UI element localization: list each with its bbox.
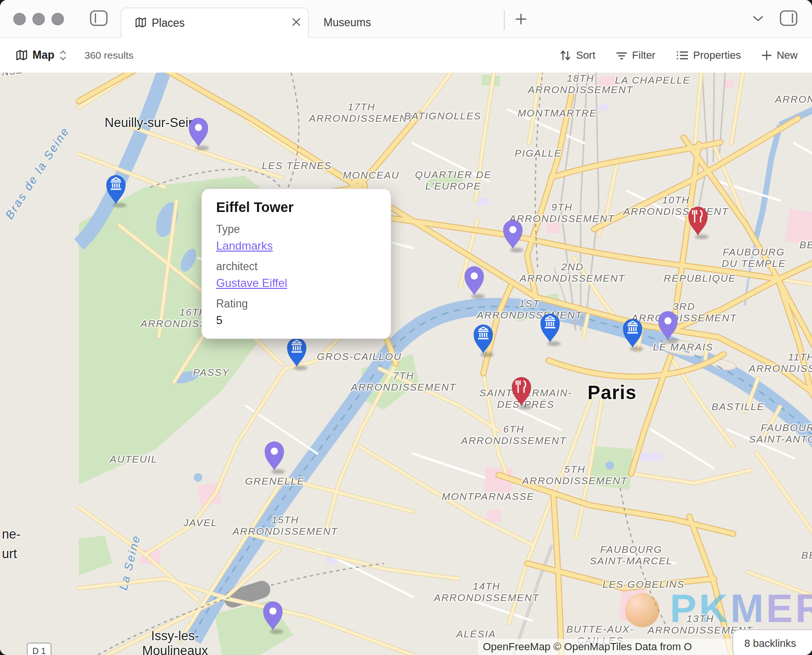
map-pin-museum[interactable] xyxy=(101,172,131,209)
new-entry-button[interactable]: New xyxy=(761,49,798,62)
map-label: QUARTIER DEL'EUROPE xyxy=(415,169,492,192)
close-window-button[interactable] xyxy=(13,13,26,25)
map-label: GRENELLE xyxy=(245,475,305,487)
map-label: 15THARRONDISSEMENT xyxy=(233,514,338,538)
map-pin-restaurant[interactable] xyxy=(683,204,713,240)
app-window: Places Museums Map xyxy=(0,0,812,655)
map-label: FAUBOURGDU TEMPLE xyxy=(722,246,786,270)
map-label: LES TERNES xyxy=(262,160,332,171)
tab-label: Places xyxy=(152,17,185,30)
popup-field-link[interactable]: Gustave Eiffel xyxy=(216,276,287,289)
view-name: Map xyxy=(32,49,54,62)
map-pin-museum[interactable] xyxy=(617,316,648,352)
plus-icon xyxy=(761,50,772,61)
popup-field-label: Type xyxy=(216,223,376,236)
map-label: 1STARRONDISSEMENT xyxy=(477,298,583,321)
map-label: Paris xyxy=(588,381,637,403)
properties-button[interactable]: Properties xyxy=(676,49,741,62)
new-tab-button[interactable] xyxy=(514,12,528,26)
new-label: New xyxy=(777,49,798,62)
map-label: MONCEAU xyxy=(343,169,400,181)
chevron-expand-icon xyxy=(59,49,67,62)
backlinks-badge[interactable]: 8 backlinks xyxy=(732,629,812,655)
tab-places[interactable]: Places xyxy=(121,8,309,38)
map-pin-landmark[interactable] xyxy=(183,115,214,151)
map-label: 7THARRONDISSEMENT xyxy=(351,370,457,393)
map-label: GROS-CAILLOU xyxy=(317,351,402,362)
map-pin-museum[interactable] xyxy=(281,335,312,371)
map-label: urt xyxy=(2,547,17,561)
right-sidebar-toggle-icon[interactable] xyxy=(780,10,798,26)
map-label: LA CHAPELLE xyxy=(615,74,690,86)
results-count: 360 results xyxy=(84,50,134,61)
map-label: AUTEUIL xyxy=(110,454,157,465)
map-label: ne- xyxy=(2,527,21,542)
chevron-down-icon[interactable] xyxy=(752,14,764,23)
map-label: PIGALLE xyxy=(515,148,562,159)
filter-label: Filter xyxy=(632,49,656,62)
map-label: 11THARRONDISSEMENT xyxy=(749,351,812,375)
filter-button[interactable]: Filter xyxy=(615,49,656,62)
view-toolbar: Map 360 results Sort Filter xyxy=(0,38,812,73)
popup-field-label: architect xyxy=(216,260,376,273)
map-pin-landmark[interactable] xyxy=(459,264,489,300)
map-label: BASTILLE xyxy=(712,401,765,412)
map-label: MONTMARTRE xyxy=(518,107,597,119)
map-label: BERCY xyxy=(802,549,812,561)
road-shield: D 1 xyxy=(27,643,52,655)
popup-field-value: 5 xyxy=(216,314,376,327)
backlinks-label: 8 backlinks xyxy=(744,637,796,650)
view-selector-button[interactable]: Map xyxy=(15,49,67,62)
map-view[interactable]: NSENeuilly-sur-SeineBras de la SeineLES … xyxy=(0,73,812,655)
left-sidebar-toggle-icon[interactable] xyxy=(90,10,108,26)
map-label: 19THARRONDISSEMENT xyxy=(775,82,812,106)
road-shield-text: D 1 xyxy=(32,646,46,655)
sort-button[interactable]: Sort xyxy=(559,49,595,62)
place-popup-card[interactable]: Eiffel Tower Type Landmarks architect Gu… xyxy=(201,189,391,339)
close-icon[interactable] xyxy=(291,17,302,27)
map-label: BELLEVILLE xyxy=(800,239,812,251)
map-label: PASSY xyxy=(193,367,229,378)
map-label: BATIGNOLLES xyxy=(404,110,481,122)
map-label: 17THARRONDISSEMENT xyxy=(309,101,415,125)
map-pin-landmark[interactable] xyxy=(259,439,290,475)
tab-bar: Places Museums xyxy=(0,0,812,38)
map-pin-landmark[interactable] xyxy=(258,599,288,635)
map-pin-restaurant[interactable] xyxy=(506,374,537,411)
map-label: MONTPARNASSE xyxy=(442,491,534,502)
map-label: FAUBOURGSAINT-MARCEL xyxy=(590,544,673,567)
tab-label: Museums xyxy=(323,16,371,29)
properties-list-icon xyxy=(676,49,689,62)
map-label: ALÉSIA xyxy=(456,628,496,640)
map-label: 14THARRONDISSEMENT xyxy=(434,581,540,604)
zoom-window-button[interactable] xyxy=(52,13,64,25)
popup-field-link[interactable]: Landmarks xyxy=(216,239,273,252)
map-pin-landmark[interactable] xyxy=(653,308,683,345)
map-pin-museum[interactable] xyxy=(535,311,565,347)
map-label: Issy-les-Moulineaux xyxy=(142,629,208,655)
properties-label: Properties xyxy=(693,49,741,62)
map-pin-landmark[interactable] xyxy=(498,217,528,254)
map-label: 6THARRONDISSEMENT xyxy=(461,423,567,447)
map-icon xyxy=(15,49,28,62)
map-icon xyxy=(135,16,147,29)
map-label: FAUBOURGSAINT-ANTOINE xyxy=(749,422,812,445)
sort-label: Sort xyxy=(576,49,595,62)
map-label: 2NDARRONDISSEMENT xyxy=(520,261,625,285)
tab-museums[interactable]: Museums xyxy=(315,8,472,38)
map-label: 5THARRONDISSEMENT xyxy=(522,464,628,487)
popup-field-label: Rating xyxy=(216,297,376,310)
screenshot: Places Museums Map xyxy=(0,0,812,655)
tab-separator xyxy=(504,11,505,30)
minimize-window-button[interactable] xyxy=(32,13,45,25)
popup-title: Eiffel Tower xyxy=(216,200,376,215)
attribution-text: OpenFreeMap © OpenMapTiles Data from O xyxy=(483,641,692,653)
filter-icon xyxy=(615,49,628,62)
map-label: LES GOBELINS xyxy=(603,579,685,590)
sort-arrows-icon xyxy=(559,49,572,62)
map-label: RÉPUBLIQUE xyxy=(664,273,736,284)
map-label: JAVEL xyxy=(183,517,217,528)
map-pin-museum[interactable] xyxy=(468,322,499,358)
